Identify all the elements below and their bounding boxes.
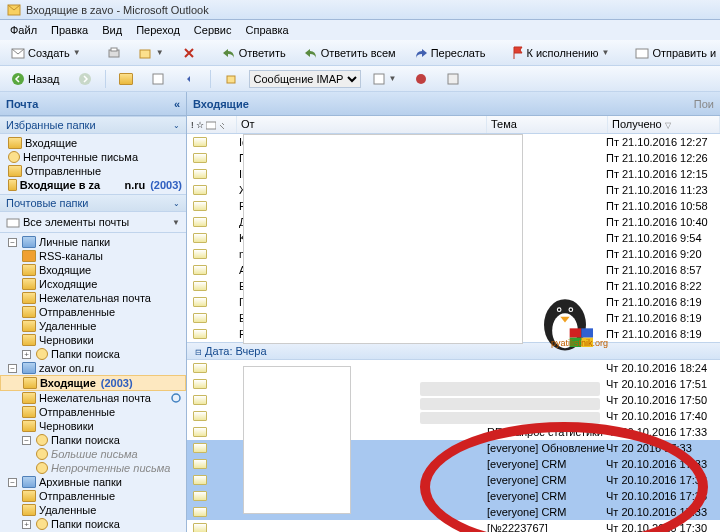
chevron-left-icon[interactable]: «	[174, 98, 180, 110]
drafts-folder[interactable]: Черновики	[0, 333, 186, 347]
archive-search[interactable]: +Папки поиска	[0, 517, 186, 531]
tool-btn-7[interactable]	[439, 69, 467, 89]
followup-button[interactable]: К исполнению ▼	[505, 43, 617, 63]
inbox-folder[interactable]: Входящие	[0, 263, 186, 277]
send-receive-icon	[635, 46, 649, 60]
menu-view[interactable]: Вид	[96, 22, 128, 38]
svg-rect-25	[570, 328, 582, 337]
collapse-icon[interactable]: −	[8, 238, 17, 247]
envelope-icon	[193, 363, 207, 373]
envelope-icon	[193, 217, 207, 227]
tool-btn-1[interactable]	[112, 70, 140, 88]
mail-date: Пт 21.10.2016 12:27	[606, 136, 720, 148]
back-button[interactable]: Назад	[4, 69, 67, 89]
svg-point-10	[79, 73, 91, 85]
send-receive-label: Отправить и получить	[652, 47, 720, 59]
menu-service[interactable]: Сервис	[188, 22, 238, 38]
envelope-icon	[193, 185, 207, 195]
junk-folder[interactable]: Нежелательная почта	[0, 291, 186, 305]
delete-button[interactable]	[175, 43, 203, 63]
new-button[interactable]: Создать ▼	[4, 43, 88, 63]
imap-unread[interactable]: Непрочтенные письма	[0, 461, 186, 475]
mail-date: Чт 20.10.2016 17:33	[606, 506, 720, 518]
mail-date: Пт 21.10.2016 9:54	[606, 232, 720, 244]
imap-drafts[interactable]: Черновики	[0, 419, 186, 433]
search-hint[interactable]: Пои	[694, 98, 714, 110]
tool-btn-5[interactable]: ▼	[365, 69, 404, 89]
imap-large[interactable]: Большие письма	[0, 447, 186, 461]
col-from[interactable]: От	[237, 116, 487, 133]
logo-caption: pyatilistnik.org	[551, 338, 608, 348]
svg-rect-13	[374, 74, 384, 84]
tool-btn-3[interactable]	[176, 69, 204, 89]
envelope-icon	[193, 233, 207, 243]
menu-edit[interactable]: Правка	[45, 22, 94, 38]
tool-btn-2[interactable]	[144, 69, 172, 89]
forward-icon	[414, 46, 428, 60]
mail-row[interactable]: [№2223767]Чт 20.10.2016 17:30	[187, 520, 720, 532]
print-button[interactable]	[100, 43, 128, 63]
archive-folders[interactable]: −Архивные папки	[0, 475, 186, 489]
forward-nav-button[interactable]	[71, 69, 99, 89]
envelope-icon	[193, 475, 207, 485]
move-button[interactable]: ▼	[132, 43, 171, 63]
expand-icon[interactable]: +	[22, 350, 31, 359]
mail-date: Пт 21.10.2016 10:40	[606, 216, 720, 228]
fav-inbox-imap[interactable]: Входящие в za n.ru(2003)	[0, 178, 186, 192]
imap-inbox-selected[interactable]: Входящие(2003)	[0, 375, 186, 391]
outbox-folder[interactable]: Исходящие	[0, 277, 186, 291]
chevron-icon: ⌄	[173, 121, 180, 130]
reply-all-button[interactable]: Ответить всем	[297, 43, 403, 63]
all-items[interactable]: Все элементы почты ▼	[0, 212, 186, 233]
fav-sent[interactable]: Отправленные	[0, 164, 186, 178]
menu-file[interactable]: Файл	[4, 22, 43, 38]
menu-goto[interactable]: Переход	[130, 22, 186, 38]
date-group-header[interactable]: ⊟ Дата: Вчера	[187, 342, 720, 360]
tool-btn-6[interactable]	[407, 69, 435, 89]
dropdown-arrow-icon: ▼	[73, 48, 81, 57]
imap-sent[interactable]: Отправленные	[0, 405, 186, 419]
penguin-logo	[530, 284, 600, 344]
mail-date: Пт 21.10.2016 8:19	[606, 328, 720, 340]
new-button-label: Создать	[28, 47, 70, 59]
tool-btn-4[interactable]	[217, 69, 245, 89]
fav-inbox[interactable]: Входящие	[0, 136, 186, 150]
imap-search[interactable]: −Папки поиска	[0, 433, 186, 447]
rss-folder[interactable]: RSS-каналы	[0, 249, 186, 263]
archive-deleted[interactable]: Удаленные	[0, 503, 186, 517]
chevron-icon: ⌄	[173, 199, 180, 208]
mail-date: Пт 21.10.2016 8:19	[606, 296, 720, 308]
svg-rect-12	[227, 76, 235, 83]
menu-help[interactable]: Справка	[240, 22, 295, 38]
svg-rect-15	[448, 74, 458, 84]
forward-label: Переслать	[431, 47, 486, 59]
svg-point-23	[558, 309, 560, 311]
mail-subject: [№2223767]	[487, 522, 606, 532]
col-subject[interactable]: Тема	[487, 116, 608, 133]
favorites-section-header[interactable]: Избранные папки ⌄	[0, 116, 186, 134]
new-mail-icon	[11, 46, 25, 60]
reply-button[interactable]: Ответить	[215, 43, 293, 63]
sent-folder[interactable]: Отправленные	[0, 305, 186, 319]
col-received[interactable]: Получено ▽	[608, 116, 720, 133]
mail-date: Пт 21.10.2016 8:22	[606, 280, 720, 292]
send-receive-button[interactable]: Отправить и получить ▼	[628, 43, 720, 63]
search-folder[interactable]: +Папки поиска	[0, 347, 186, 361]
deleted-folder[interactable]: Удаленные	[0, 319, 186, 333]
col-flags[interactable]: !☆	[187, 116, 237, 133]
forward-button[interactable]: Переслать	[407, 43, 493, 63]
back-label: Назад	[28, 73, 60, 85]
nav-pane-header: Почта «	[0, 92, 186, 116]
archive-sent[interactable]: Отправленные	[0, 489, 186, 503]
svg-point-14	[416, 74, 426, 84]
svg-rect-4	[140, 50, 150, 58]
all-folders-section-header[interactable]: Почтовые папки ⌄	[0, 194, 186, 212]
envelope-icon	[193, 491, 207, 501]
fav-unread[interactable]: Непрочтенные письма	[0, 150, 186, 164]
imap-account[interactable]: −zavor on.ru	[0, 361, 186, 375]
imap-junk[interactable]: Нежелательная почта	[0, 391, 186, 405]
envelope-icon	[193, 507, 207, 517]
personal-folders[interactable]: −Личные папки	[0, 235, 186, 249]
view-selector[interactable]: Сообщение IMAP	[249, 70, 361, 88]
message-list-title: Входящие	[193, 98, 249, 110]
